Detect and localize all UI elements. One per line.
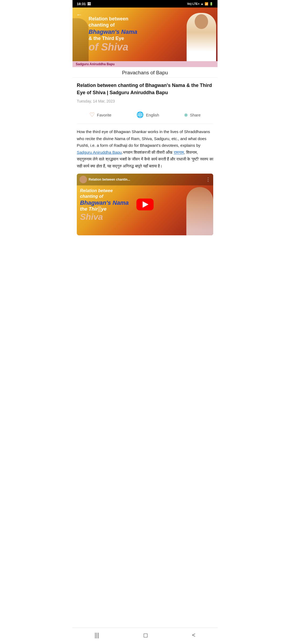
wifi-icon: 📶 xyxy=(205,2,208,6)
action-row: ♡ Favorite 🌐 English ⎈ Share xyxy=(77,109,213,124)
svg-point-0 xyxy=(82,178,84,180)
share-button[interactable]: ⎈ Share xyxy=(184,111,201,118)
app-name-label: Sadguru Aniruddha Bapu xyxy=(76,62,115,66)
play-triangle-icon xyxy=(143,201,148,208)
play-button-container[interactable] xyxy=(136,199,154,210)
time-display: 18:31 xyxy=(77,2,86,6)
person-body xyxy=(187,13,216,61)
language-button[interactable]: 🌐 English xyxy=(136,111,159,118)
battery-icon: 🔋 xyxy=(209,2,213,6)
status-bar: 18:31 🖼 Vo) LTE+ ▲ 📶 🔋 xyxy=(73,0,218,8)
favorite-label: Favorite xyxy=(97,113,111,117)
bottom-padding xyxy=(73,238,218,257)
youtube-video-title: Relation between chantin... xyxy=(89,178,130,181)
youtube-embed[interactable]: Relation between chantin... ⋮ Relation b… xyxy=(77,174,213,235)
play-button[interactable] xyxy=(136,199,154,210)
article-title: Relation between chanting of Bhagwan's N… xyxy=(77,82,213,96)
page-title-banner: Pravachans of Bapu xyxy=(73,67,218,78)
language-label: English xyxy=(146,113,159,117)
hindi-text-1: .भगवान शिवशंकरजी की तीसरी आँख xyxy=(122,150,173,155)
youtube-more-icon[interactable]: ⋮ xyxy=(206,177,211,182)
share-label: Share xyxy=(190,113,201,117)
hero-banner: ← Relation between chanting of Bhagwan's… xyxy=(73,8,218,61)
youtube-top-bar: Relation between chantin... ⋮ xyxy=(77,174,213,185)
page-title: Pravachans of Bapu xyxy=(122,70,168,75)
person-illustration xyxy=(185,10,218,61)
photo-icon: 🖼 xyxy=(87,2,91,6)
signal-icon: ▲ xyxy=(201,2,204,5)
globe-icon: 🌐 xyxy=(136,111,144,118)
ramnaam-link[interactable]: रामनाम xyxy=(174,150,184,155)
network-label: Vo) LTE+ xyxy=(187,2,200,5)
channel-avatar xyxy=(79,176,87,183)
app-name-banner: Sadguru Aniruddha Bapu xyxy=(73,61,218,67)
svg-point-1 xyxy=(81,180,85,182)
favorite-button[interactable]: ♡ Favorite xyxy=(89,111,111,118)
article-body-text: How the third eye of Bhagwan Shankar wor… xyxy=(77,128,213,169)
back-button[interactable]: ← xyxy=(75,10,83,19)
youtube-channel-info: Relation between chantin... xyxy=(79,176,130,183)
heart-icon: ♡ xyxy=(89,111,95,118)
article-body-intro: How the third eye of Bhagwan Shankar wor… xyxy=(77,129,210,148)
article-content: Relation between chanting of Bhagwan's N… xyxy=(73,78,218,235)
share-icon: ⎈ xyxy=(184,111,188,118)
yt-person-illustration xyxy=(186,187,213,235)
person-head xyxy=(195,14,208,29)
status-icons-area: Vo) LTE+ ▲ 📶 🔋 xyxy=(187,2,213,6)
status-time-area: 18:31 🖼 xyxy=(77,2,91,6)
author-link[interactable]: Sadguru Aniruddha Bapu xyxy=(77,150,122,155)
article-date: Tuesday, 14 Mar, 2023 xyxy=(77,99,213,103)
